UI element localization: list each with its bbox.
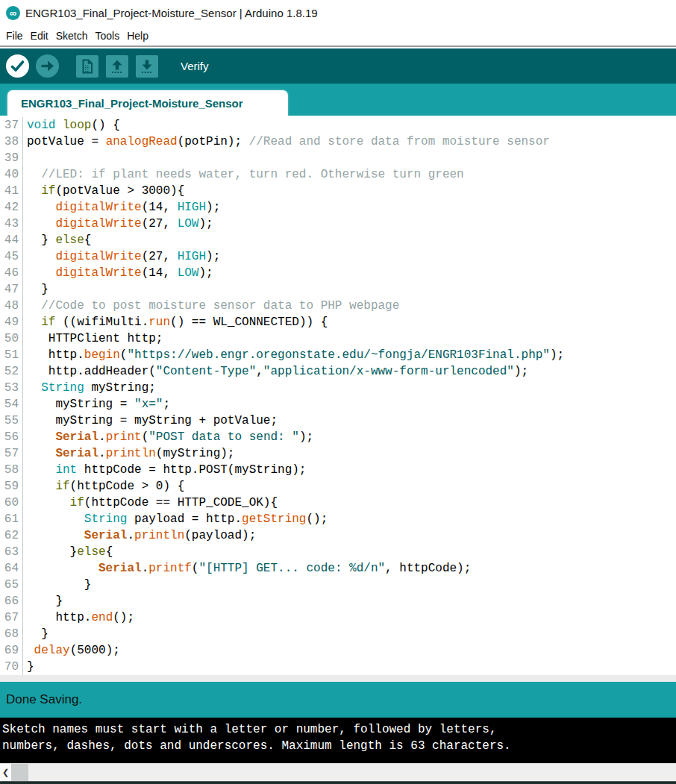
code-editor[interactable]: 37void loop() {38potValue = analogRead(p… [0,116,676,675]
status-bar: Done Saving. [0,682,676,718]
line-number: 55 [0,413,23,429]
tab-label: ENGR103_Final_Project-Moisture_Sensor [21,97,243,110]
line-number: 46 [0,265,23,281]
tab-sketch[interactable]: ENGR103_Final_Project-Moisture_Sensor [7,90,288,116]
line-number: 40 [0,166,23,183]
scrollbar-thumb[interactable] [11,764,28,781]
editor-bottom-strip [0,675,676,682]
menu-item-edit[interactable]: Edit [27,28,52,43]
horizontal-scrollbar[interactable]: ❮ [0,763,676,781]
window-bottom-edge [0,781,676,784]
code-line: 70} [0,659,676,675]
line-number: 65 [0,577,23,593]
line-number: 49 [0,314,23,330]
code-line: 54 myString = "x="; [0,396,676,413]
code-line: 53 String myString; [0,380,676,396]
code-line: 49 if ((wifiMulti.run() == WL_CONNECTED)… [0,314,676,330]
line-number: 37 [0,117,23,134]
line-number: 63 [0,544,23,560]
line-number: 60 [0,495,23,511]
line-number: 41 [0,183,23,199]
line-number: 48 [0,298,23,314]
window-title-bar[interactable]: ∞ ENGR103_Final_Project-Moisture_Sensor … [0,0,676,25]
code-area: 37void loop() {38potValue = analogRead(p… [0,117,676,675]
line-number: 56 [0,429,23,445]
scrollbar-left-arrow-icon[interactable]: ❮ [0,764,11,781]
line-number: 69 [0,642,23,659]
code-line: 47 } [0,281,676,298]
menu-item-sketch[interactable]: Sketch [52,28,92,43]
line-number: 67 [0,609,23,626]
line-number: 70 [0,659,23,675]
code-line: 38potValue = analogRead(potPin); //Read … [0,134,676,150]
new-sketch-button[interactable] [76,55,98,78]
code-line: 68 } [0,626,676,642]
line-number: 61 [0,511,23,527]
line-number: 42 [0,199,23,216]
line-number: 44 [0,232,23,248]
line-number: 38 [0,134,23,150]
document-icon [76,55,98,78]
line-number: 66 [0,593,23,609]
code-line: 37void loop() { [0,117,676,134]
line-number: 64 [0,560,23,577]
arrow-up-icon [106,55,128,78]
code-line: 43 digitalWrite(27, LOW); [0,216,676,232]
check-icon [6,54,29,78]
code-line: 58 int httpCode = http.POST(myString); [0,462,676,478]
line-number: 57 [0,445,23,462]
code-line: 59 if(httpCode > 0) { [0,478,676,495]
line-number: 47 [0,281,23,298]
line-number: 45 [0,248,23,265]
line-number: 53 [0,380,23,396]
console-message-line: numbers, dashes, dots and underscores. M… [2,738,676,754]
line-number: 62 [0,527,23,544]
line-number: 39 [0,150,23,166]
verify-button[interactable] [6,54,29,78]
menu-item-file[interactable]: File [2,28,27,43]
line-number: 43 [0,216,23,232]
open-button[interactable] [106,55,128,78]
code-line: 46 digitalWrite(14, LOW); [0,265,676,281]
save-button[interactable] [136,55,158,78]
code-line: 48 //Code to post moisture sensor data t… [0,298,676,314]
arrow-down-icon [136,55,158,78]
code-line: 44 } else{ [0,232,676,248]
code-line: 40 //LED: if plant needs water, turn red… [0,166,676,183]
code-line: 51 http.begin("https://web.engr.oregonst… [0,347,676,363]
code-line: 60 if(httpCode == HTTP_CODE_OK){ [0,495,676,511]
code-line: 45 digitalWrite(27, HIGH); [0,248,676,265]
line-number: 59 [0,478,23,495]
code-line: 63 }else{ [0,544,676,560]
toolbar-hover-label: Verify [181,60,209,72]
menu-item-tools[interactable]: Tools [92,28,124,43]
menu-item-help[interactable]: Help [123,28,152,43]
line-number: 51 [0,347,23,363]
console-output[interactable]: Sketch names must start with a letter or… [0,718,676,763]
code-line: 57 Serial.println(myString); [0,445,676,462]
line-number: 54 [0,396,23,413]
tab-bar: ENGR103_Final_Project-Moisture_Sensor [0,84,676,116]
code-line: 61 String payload = http.getString(); [0,511,676,527]
code-line: 62 Serial.println(payload); [0,527,676,544]
upload-button[interactable] [36,54,59,78]
code-line: 42 digitalWrite(14, HIGH); [0,199,676,216]
code-line: 69 delay(5000); [0,642,676,659]
code-line: 56 Serial.print("POST data to send: "); [0,429,676,445]
code-line: 64 Serial.printf("[HTTP] GET... code: %d… [0,560,676,577]
code-line: 67 http.end(); [0,609,676,626]
console-message-line: Sketch names must start with a letter or… [2,721,676,738]
arrow-right-icon [36,54,59,78]
toolbar: Verify [0,48,676,84]
arduino-infinity-icon: ∞ [6,6,20,20]
line-number: 58 [0,462,23,478]
status-message: Done Saving. [6,692,82,707]
code-line: 66 } [0,593,676,609]
code-line: 39 [0,150,676,166]
menu-bar: FileEditSketchToolsHelp [0,25,676,46]
line-number: 68 [0,626,23,642]
window-title: ENGR103_Final_Project-Moisture_Sensor | … [25,7,318,19]
line-number: 50 [0,330,23,347]
code-line: 55 myString = myString + potValue; [0,413,676,429]
code-line: 52 http.addHeader("Content-Type","applic… [0,363,676,380]
